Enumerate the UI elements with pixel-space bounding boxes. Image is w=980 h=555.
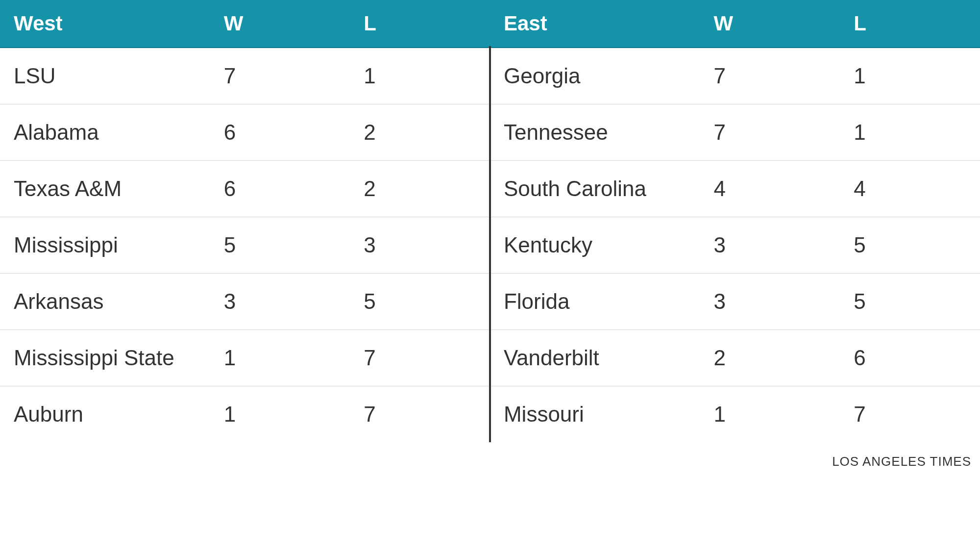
- west-wins: 5: [210, 217, 350, 274]
- east-losses: 6: [840, 330, 980, 386]
- west-wins: 6: [210, 104, 350, 161]
- west-losses: 5: [350, 274, 490, 330]
- header-west: West: [0, 0, 210, 48]
- east-team: Missouri: [490, 386, 700, 443]
- header-west-l: L: [350, 0, 490, 48]
- east-team: Georgia: [490, 48, 700, 104]
- west-team: Alabama: [0, 104, 210, 161]
- east-losses: 5: [840, 274, 980, 330]
- west-wins: 7: [210, 48, 350, 104]
- west-losses: 2: [350, 161, 490, 217]
- west-team: LSU: [0, 48, 210, 104]
- west-losses: 7: [350, 386, 490, 443]
- west-losses: 1: [350, 48, 490, 104]
- east-losses: 4: [840, 161, 980, 217]
- west-wins: 6: [210, 161, 350, 217]
- west-team: Auburn: [0, 386, 210, 443]
- east-losses: 5: [840, 217, 980, 274]
- east-team: South Carolina: [490, 161, 700, 217]
- header-east-l: L: [840, 0, 980, 48]
- header-east: East: [490, 0, 700, 48]
- west-wins: 1: [210, 386, 350, 443]
- east-team: Florida: [490, 274, 700, 330]
- division-separator: [489, 46, 491, 442]
- east-wins: 2: [700, 330, 840, 386]
- east-wins: 1: [700, 386, 840, 443]
- header-east-w: W: [700, 0, 840, 48]
- west-wins: 1: [210, 330, 350, 386]
- source-credit: LOS ANGELES TIMES: [0, 442, 980, 469]
- west-losses: 3: [350, 217, 490, 274]
- west-team: Texas A&M: [0, 161, 210, 217]
- standings-table-container: West W L East W L LSU 7 1 Georgia 7 1 Al…: [0, 0, 980, 442]
- east-losses: 1: [840, 48, 980, 104]
- east-wins: 7: [700, 48, 840, 104]
- east-team: Tennessee: [490, 104, 700, 161]
- table-header-row: West W L East W L: [0, 0, 980, 48]
- east-wins: 3: [700, 274, 840, 330]
- west-team: Mississippi State: [0, 330, 210, 386]
- west-team: Mississippi: [0, 217, 210, 274]
- east-wins: 4: [700, 161, 840, 217]
- west-wins: 3: [210, 274, 350, 330]
- east-losses: 7: [840, 386, 980, 443]
- east-losses: 1: [840, 104, 980, 161]
- east-wins: 7: [700, 104, 840, 161]
- west-team: Arkansas: [0, 274, 210, 330]
- header-west-w: W: [210, 0, 350, 48]
- east-wins: 3: [700, 217, 840, 274]
- east-team: Vanderbilt: [490, 330, 700, 386]
- west-losses: 7: [350, 330, 490, 386]
- west-losses: 2: [350, 104, 490, 161]
- east-team: Kentucky: [490, 217, 700, 274]
